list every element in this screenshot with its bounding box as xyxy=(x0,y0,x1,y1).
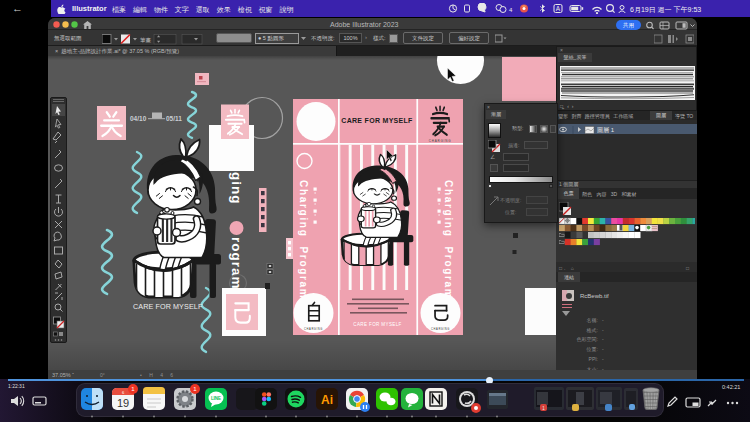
svg-text:CHARGING: CHARGING xyxy=(429,139,452,143)
svg-text:Charging Program: Charging Program xyxy=(298,180,309,299)
svg-text:Charging Program: Charging Program xyxy=(443,180,454,299)
svg-text:CHARGING: CHARGING xyxy=(304,327,323,331)
svg-text:A: A xyxy=(556,5,561,12)
svg-text:筆畫: 筆畫 xyxy=(140,37,152,43)
svg-text:LINE: LINE xyxy=(211,396,221,401)
svg-text:19: 19 xyxy=(117,397,129,409)
svg-text:05/11: 05/11 xyxy=(166,115,182,122)
svg-text:4: 4 xyxy=(509,7,513,13)
svg-text:Ai: Ai xyxy=(321,393,333,407)
svg-text:CARE FOR MYSELF: CARE FOR MYSELF xyxy=(133,302,203,311)
svg-text:ging: ging xyxy=(229,172,244,205)
svg-text:CARE FOR MYSELF: CARE FOR MYSELF xyxy=(353,322,402,327)
svg-text:CHARGING: CHARGING xyxy=(431,327,450,331)
svg-text:rogram: rogram xyxy=(229,237,244,290)
svg-text:04/10: 04/10 xyxy=(130,115,147,122)
svg-text:CARE FOR MYSELF: CARE FOR MYSELF xyxy=(341,117,413,124)
